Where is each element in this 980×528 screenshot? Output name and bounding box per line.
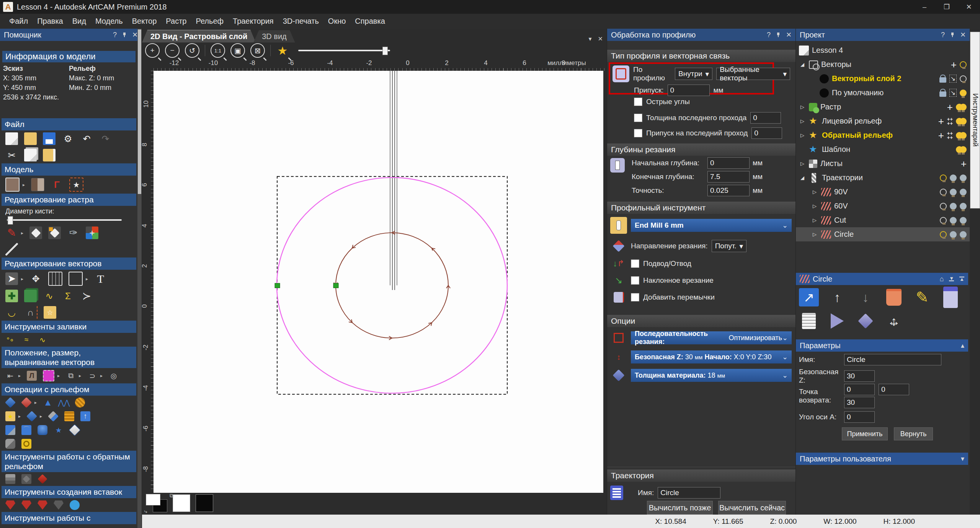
- relief-swirl-icon[interactable]: [21, 398, 31, 407]
- model-info-header[interactable]: Информация о модели: [2, 51, 136, 62]
- finish-depth-input[interactable]: [707, 171, 750, 183]
- vector-handle-inner[interactable]: [333, 283, 338, 288]
- inlay-gem-gray-icon[interactable]: [54, 500, 64, 510]
- section-inlay-tools[interactable]: Инструменты создания вставок: [2, 486, 136, 498]
- cut-scissors-icon[interactable]: ✂: [5, 149, 18, 161]
- fill-dots-icon[interactable]: °∘: [5, 335, 15, 345]
- tree-item-toolpaths[interactable]: ◢ Траектории: [796, 171, 970, 185]
- menu-file[interactable]: Файл: [5, 17, 33, 26]
- move-toolpath-up-icon[interactable]: ↑: [827, 288, 847, 306]
- add-multiple-icon[interactable]: ++++: [947, 117, 953, 125]
- inlay-gem-list-icon[interactable]: [38, 500, 47, 510]
- caret-collapsed-icon[interactable]: ▷: [799, 132, 806, 138]
- fill-wave-icon[interactable]: ≈: [21, 335, 31, 345]
- menu-window[interactable]: Окно: [323, 17, 350, 26]
- relief-gray-pair-icon[interactable]: [5, 439, 15, 449]
- lock-icon[interactable]: [939, 77, 946, 83]
- menu-relief[interactable]: Рельеф: [191, 17, 228, 26]
- last-pass-allowance-input[interactable]: [751, 127, 782, 139]
- open-model-icon[interactable]: [24, 132, 37, 145]
- relief-merge-icon[interactable]: ⋀⋀: [59, 398, 69, 407]
- profile-vectors-select[interactable]: Выбранные векторы ▾: [716, 68, 790, 80]
- pin-icon[interactable]: [776, 32, 781, 37]
- caret-collapsed-icon[interactable]: ▷: [811, 231, 818, 237]
- cut-order-bar[interactable]: Последовательность резания: Оптимизирова…: [631, 331, 792, 344]
- section-vector-edit[interactable]: Редактирование векторов: [2, 257, 136, 270]
- param-safe-z-input[interactable]: [844, 370, 875, 382]
- visibility-pair-icon[interactable]: [956, 104, 967, 111]
- relief-stack-icon[interactable]: [64, 411, 74, 421]
- tab-2d-view[interactable]: 2D Вид - Растровый слой: [142, 30, 256, 42]
- menu-view[interactable]: Вид: [68, 17, 91, 26]
- tool-folder-icon[interactable]: [610, 217, 627, 234]
- preview-star-frame-icon[interactable]: ★: [69, 178, 83, 192]
- fit-curve-icon[interactable]: ∿: [43, 290, 56, 302]
- new-model-icon[interactable]: [5, 132, 18, 145]
- apply-button[interactable]: Применить: [842, 427, 888, 440]
- maximize-button[interactable]: ❐: [936, 0, 958, 14]
- relief-raise-icon[interactable]: ↑: [80, 411, 90, 421]
- zoom-slider[interactable]: [298, 50, 390, 51]
- menu-edit[interactable]: Правка: [33, 17, 68, 26]
- favorites-star-icon[interactable]: ★: [276, 44, 289, 57]
- visibility-icon[interactable]: [940, 174, 947, 181]
- inlay-gem-pentagon-icon[interactable]: [5, 500, 15, 510]
- allowance-input[interactable]: [668, 85, 710, 96]
- relief-oring-icon[interactable]: [21, 439, 31, 449]
- home-icon[interactable]: ⌂: [939, 275, 944, 283]
- merge-layer-icon[interactable]: ↘: [949, 89, 957, 97]
- draw-line-icon[interactable]: [5, 243, 18, 256]
- revert-button[interactable]: Вернуть: [894, 427, 933, 440]
- relief-plane-icon[interactable]: [27, 411, 37, 421]
- rectangle-tool-icon[interactable]: [69, 272, 83, 286]
- offset-shape-icon[interactable]: ⊃: [87, 371, 97, 381]
- export-toolpath-icon[interactable]: ↗: [799, 288, 819, 306]
- add-layer-icon[interactable]: +: [951, 61, 957, 68]
- section-reverse-relief[interactable]: Инструменты работы с обратным рельефом: [2, 451, 136, 472]
- reverse-stamp-gray-icon[interactable]: [21, 474, 31, 484]
- section-model[interactable]: Модель: [2, 163, 136, 176]
- panel-close-icon[interactable]: ✕: [132, 31, 138, 39]
- move-toolpath-down-icon[interactable]: ↓: [856, 288, 875, 306]
- model-canvas[interactable]: [154, 71, 603, 493]
- add-multiple-icon[interactable]: ++++: [947, 131, 953, 140]
- tab-close-icon[interactable]: ✕: [598, 35, 603, 42]
- paste-in-place-icon[interactable]: [43, 370, 54, 381]
- fill-polyline-icon[interactable]: ∿: [38, 335, 47, 345]
- tab-list-dropdown-icon[interactable]: ▾: [589, 35, 592, 42]
- tab-3d-view[interactable]: 3D вид: [253, 30, 295, 42]
- expand-icon[interactable]: ▾: [961, 455, 964, 463]
- safe-z-bar[interactable]: Безопасная Z: 30 мм Начало: X:0 Y:0 Z:30…: [631, 350, 792, 363]
- save-model-icon[interactable]: [43, 132, 56, 145]
- param-return-y-input[interactable]: [879, 384, 909, 395]
- inlay-gem-resize-icon[interactable]: [21, 500, 31, 510]
- minimize-button[interactable]: –: [913, 0, 936, 14]
- tree-item-sheets[interactable]: ▷ Листы +: [796, 156, 970, 171]
- tree-item-circle[interactable]: ▷ Circle: [796, 227, 970, 241]
- move-up-icon[interactable]: ▲: [959, 277, 964, 281]
- visibility-3d-icon[interactable]: [960, 231, 967, 238]
- draw-pencil-icon[interactable]: ✎: [5, 227, 18, 239]
- visibility-2d-icon[interactable]: [950, 217, 957, 224]
- relief-sculpt-icon[interactable]: [5, 425, 15, 435]
- distort-vectors-icon[interactable]: [48, 272, 62, 286]
- brush-slider-handle[interactable]: [8, 216, 13, 225]
- reverse-layers-icon[interactable]: [5, 474, 15, 484]
- outer-vector-circle[interactable]: [277, 178, 507, 393]
- arrowhead-icon[interactable]: ≻: [80, 290, 93, 302]
- lead-in-out-checkbox[interactable]: [631, 259, 639, 268]
- visibility-icon[interactable]: [940, 231, 947, 238]
- relief-weave-icon[interactable]: [75, 398, 85, 407]
- last-pass-thickness-checkbox[interactable]: [634, 114, 642, 122]
- relief-star-stamp-icon[interactable]: ★: [54, 425, 64, 435]
- palette-white-swatch[interactable]: [173, 494, 190, 512]
- visibility-2d-icon[interactable]: [950, 189, 957, 196]
- section-file[interactable]: Файл: [2, 118, 136, 130]
- zoom-1to1-icon[interactable]: 1:1: [211, 43, 225, 58]
- parameters-header[interactable]: Параметры ▴: [796, 339, 968, 352]
- inlay-gem-blue-icon[interactable]: [70, 500, 80, 510]
- caret-collapsed-icon[interactable]: ▷: [811, 217, 818, 223]
- panel-close-icon[interactable]: ✕: [960, 31, 966, 39]
- copy-vectors-icon[interactable]: [24, 290, 37, 302]
- copy-icon[interactable]: [24, 149, 37, 161]
